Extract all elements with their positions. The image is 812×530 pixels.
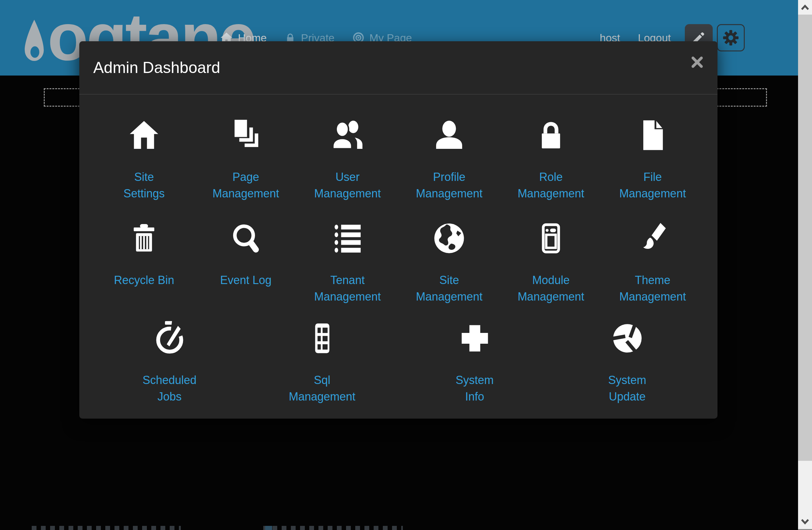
pages-icon [228, 116, 264, 154]
gear-icon [722, 29, 739, 46]
tile-site-management[interactable]: Site Management [411, 219, 487, 319]
tile-system-info[interactable]: System Info [437, 319, 513, 405]
tile-scheduled-jobs[interactable]: Scheduled Jobs [132, 319, 208, 405]
person-icon [431, 116, 467, 154]
admin-dashboard-modal: Admin Dashboard Site Settings [79, 41, 717, 419]
tile-recycle-bin[interactable]: Recycle Bin [106, 219, 182, 319]
file-icon [635, 116, 670, 154]
vertical-scrollbar [798, 0, 812, 530]
tile-page-management[interactable]: Page Management [208, 116, 284, 219]
dashboard-grid: Site Settings Page Management [79, 95, 717, 405]
tile-tenant-management[interactable]: Tenant Management [309, 219, 386, 319]
trash-icon [127, 219, 161, 257]
close-icon [691, 56, 704, 69]
scrollbar-thumb[interactable] [798, 15, 812, 461]
settings-button[interactable] [717, 24, 745, 52]
modal-header: Admin Dashboard [79, 41, 717, 95]
tile-system-update[interactable]: System Update [589, 319, 665, 405]
footer-cropped-content [32, 526, 181, 530]
users-icon [330, 116, 365, 154]
window-icon [533, 219, 569, 257]
tile-theme-management[interactable]: Theme Management [615, 219, 691, 319]
tile-module-management[interactable]: Module Management [513, 219, 589, 319]
tile-role-management[interactable]: Role Management [513, 116, 589, 219]
list-icon [330, 219, 365, 257]
plus-icon [458, 319, 492, 357]
modal-title: Admin Dashboard [93, 58, 220, 77]
chevron-down-icon [800, 518, 810, 526]
tile-sql-management[interactable]: Sql Management [284, 319, 360, 405]
close-button[interactable] [690, 55, 704, 69]
chevron-up-icon [800, 3, 810, 11]
dashboard-row: Recycle Bin Event Log [93, 219, 704, 319]
footer-cropped-chip [265, 526, 272, 530]
tile-site-settings[interactable]: Site Settings [106, 116, 182, 219]
brush-icon [635, 219, 670, 257]
shutter-icon [610, 319, 645, 357]
tile-profile-management[interactable]: Profile Management [411, 116, 487, 219]
dashboard-row: Scheduled Jobs Sql Management [93, 319, 704, 405]
search-icon [228, 219, 264, 257]
globe-icon [431, 219, 467, 257]
dashboard-row: Site Settings Page Management [93, 116, 704, 219]
home-icon [126, 116, 162, 154]
tile-event-log[interactable]: Event Log [208, 219, 284, 319]
tile-user-management[interactable]: User Management [309, 116, 386, 219]
timer-icon [152, 319, 187, 357]
tile-file-management[interactable]: File Management [615, 116, 691, 219]
scroll-up-button[interactable] [798, 0, 812, 15]
table-icon [304, 319, 340, 357]
lock-icon [534, 116, 568, 154]
water-drop-icon [24, 20, 44, 66]
scroll-down-button[interactable] [798, 514, 812, 529]
footer-cropped-content [263, 526, 403, 530]
